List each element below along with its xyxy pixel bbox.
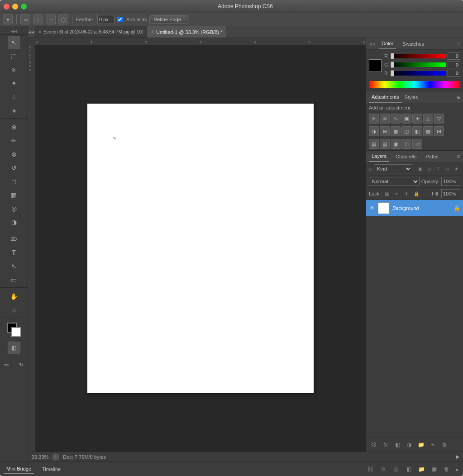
- invert-adj-icon[interactable]: ◧: [412, 126, 422, 136]
- layer-delete-btn[interactable]: 🗑: [439, 440, 449, 450]
- timeline-tab[interactable]: Timeline: [39, 465, 63, 474]
- history-brush-tool[interactable]: ↺: [8, 162, 20, 174]
- tab-close-icon[interactable]: ✕: [38, 29, 42, 34]
- rotate-view-tool[interactable]: ↻: [15, 358, 28, 371]
- curves2-adj-icon[interactable]: ◻: [401, 139, 411, 149]
- tabs-collapse-icon[interactable]: ◀◀: [28, 26, 34, 38]
- layers-tab[interactable]: Layers: [369, 151, 389, 162]
- layers-panel-options[interactable]: ≡: [457, 153, 460, 160]
- filter-adjust-btn[interactable]: ◎: [425, 165, 433, 173]
- eraser-tool[interactable]: ◻: [8, 175, 20, 188]
- lock-paint-btn[interactable]: ✏: [392, 190, 401, 198]
- eyedropper-tool[interactable]: ◈: [8, 104, 20, 117]
- layer-link-btn[interactable]: ⛓: [369, 440, 379, 450]
- tool-preset-icon[interactable]: ▾: [3, 14, 13, 24]
- lock-transparent-btn[interactable]: ▦: [382, 190, 391, 198]
- path-select-tool[interactable]: ↖: [8, 260, 20, 272]
- rect-marquee-icon[interactable]: ▭: [20, 14, 30, 24]
- channels-tab[interactable]: Channels: [393, 151, 419, 162]
- mini-bridge-tab[interactable]: Mini Bridge: [4, 464, 34, 474]
- layer-mask-btn[interactable]: ◧: [392, 440, 402, 450]
- swatches-tab[interactable]: Swatches: [400, 38, 427, 49]
- styles-tab[interactable]: Styles: [402, 91, 421, 103]
- vibrance-adj-icon[interactable]: ✦: [412, 114, 422, 124]
- bottom-fx-btn[interactable]: fx: [378, 464, 388, 474]
- layer-adj-btn[interactable]: ◑: [404, 440, 414, 450]
- blur-tool[interactable]: ◎: [8, 202, 20, 215]
- bottom-folder-btn[interactable]: 📁: [416, 464, 426, 474]
- bottom-circle-btn[interactable]: ◎: [391, 464, 401, 474]
- red-value[interactable]: [448, 52, 460, 60]
- filter-pixel-btn[interactable]: ▣: [416, 165, 424, 173]
- layer-new-btn[interactable]: +: [428, 440, 438, 450]
- photo-filter-adj-icon[interactable]: ⊞: [380, 126, 390, 136]
- lock-position-btn[interactable]: ✛: [402, 190, 410, 198]
- maximize-button[interactable]: [21, 4, 27, 10]
- zoom-tool[interactable]: ⌕: [8, 304, 20, 316]
- filter-smart-btn[interactable]: ★: [452, 165, 460, 173]
- bottom-group-btn[interactable]: ▣: [429, 464, 439, 474]
- brush-tool[interactable]: ✏: [8, 134, 20, 147]
- filter-shape-btn[interactable]: ◁: [443, 165, 451, 173]
- move-tool[interactable]: ↖: [8, 36, 20, 49]
- bw-adj-icon[interactable]: ◑: [369, 126, 379, 136]
- shape-tool[interactable]: ▭: [8, 273, 20, 286]
- bottom-panel-options[interactable]: ▲: [454, 466, 459, 472]
- pen-tool[interactable]: ⌦: [8, 233, 20, 245]
- toolbar-collapse[interactable]: ◀◀: [11, 29, 17, 33]
- green-slider-thumb[interactable]: [391, 62, 394, 68]
- color-balance-adj-icon[interactable]: ▽: [434, 114, 444, 124]
- minimize-button[interactable]: [12, 4, 18, 10]
- tab-untitled[interactable]: ✕ Untitled-1 @ 33.3% (RGB/8) *: [147, 26, 226, 38]
- tab-untitled-close-icon[interactable]: ✕: [151, 29, 154, 34]
- blue-slider-thumb[interactable]: [391, 70, 394, 76]
- red-slider[interactable]: [391, 54, 446, 58]
- tab-screenshot[interactable]: ✕ Screen Shot 2013-06-02 at 6.48.54 PM.j…: [34, 26, 147, 38]
- canvas-area[interactable]: 0123456 0 1 2 3 4 5 6: [28, 38, 366, 452]
- opacity-input[interactable]: [441, 177, 460, 186]
- screen-mode-tool[interactable]: ▭: [0, 358, 13, 371]
- brightness-adj-icon[interactable]: ☀: [369, 114, 379, 124]
- adjustments-panel-options[interactable]: ≡: [457, 94, 460, 101]
- selective-color-adj-icon[interactable]: ▤: [380, 139, 390, 149]
- channel-mixer-adj-icon[interactable]: ▦: [391, 126, 401, 136]
- bottom-mask-btn[interactable]: ◧: [404, 464, 414, 474]
- color-swatch[interactable]: [369, 59, 382, 72]
- feather-input[interactable]: [97, 15, 115, 24]
- red-slider-thumb[interactable]: [391, 53, 394, 59]
- status-info-button[interactable]: i: [52, 453, 59, 461]
- hsl-adj-icon[interactable]: △: [423, 114, 433, 124]
- clone-tool[interactable]: ⊗: [8, 148, 20, 161]
- color-panel-options[interactable]: ≡: [457, 40, 460, 48]
- marquee-tool[interactable]: ⬚: [8, 50, 20, 62]
- anti-alias-checkbox[interactable]: [117, 17, 123, 22]
- type-tool[interactable]: T: [8, 246, 20, 259]
- green-slider[interactable]: [391, 62, 446, 67]
- levels-adj-icon[interactable]: ≋: [380, 114, 390, 124]
- canvas-viewport[interactable]: ↘: [35, 45, 366, 452]
- status-arrow-icon[interactable]: ▶: [456, 454, 459, 460]
- bottom-delete-btn[interactable]: 🗑: [442, 464, 452, 474]
- color-lookup-adj-icon[interactable]: ◫: [401, 126, 411, 136]
- layer-fx-btn[interactable]: fx: [381, 440, 391, 450]
- healing-tool[interactable]: ⊕: [8, 121, 20, 133]
- layers-filter-dropdown[interactable]: Kind: [374, 164, 412, 173]
- color-spectrum-bar[interactable]: [369, 81, 460, 88]
- blue-value[interactable]: [448, 70, 460, 77]
- layer-visibility-icon[interactable]: 👁: [369, 205, 375, 211]
- gradient-tool[interactable]: ▦: [8, 189, 20, 201]
- quick-mask-button[interactable]: ◧: [8, 342, 20, 354]
- adjustments-tab[interactable]: Adjustments: [369, 91, 402, 103]
- background-color[interactable]: [11, 327, 21, 337]
- paths-tab[interactable]: Paths: [423, 151, 441, 162]
- blue-slider[interactable]: [391, 71, 446, 76]
- gradient-map-adj-icon[interactable]: ▤: [369, 139, 379, 149]
- lock-all-btn[interactable]: 🔒: [412, 190, 420, 198]
- fill-input[interactable]: [441, 189, 460, 198]
- background-layer[interactable]: 👁 Background 🔒: [366, 200, 463, 216]
- refine-edge-button[interactable]: Refine Edge...: [149, 15, 189, 24]
- posterize-adj-icon[interactable]: ▦: [423, 126, 433, 136]
- close-button[interactable]: [4, 4, 10, 10]
- green-value[interactable]: [448, 61, 460, 68]
- ellip-marquee-icon[interactable]: ◯: [58, 14, 68, 24]
